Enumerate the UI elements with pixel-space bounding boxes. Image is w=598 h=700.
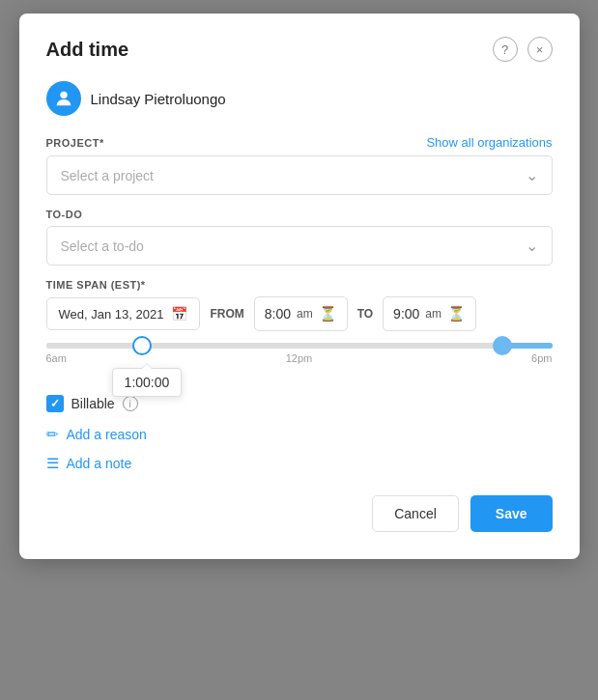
modal-title: Add time <box>46 39 129 61</box>
project-select[interactable]: Select a project ⌄ <box>46 155 553 195</box>
todo-label: TO-DO <box>46 209 83 220</box>
timespan-label-row: TIME SPAN (EST)* <box>46 279 553 291</box>
pencil-icon: ✏ <box>46 426 59 443</box>
time-from-value: 8:00 <box>265 306 291 322</box>
modal-header: Add time ? × <box>46 37 553 62</box>
note-icon: ☰ <box>46 455 59 472</box>
timespan-row: Wed, Jan 13, 2021 📅 FROM 8:00 am ⏳ TO 9:… <box>46 296 553 331</box>
time-slider-container: 1:00:00 6am 12pm 6pm <box>46 343 553 385</box>
cancel-button[interactable]: Cancel <box>372 495 459 532</box>
add-reason-label: Add a reason <box>67 427 147 442</box>
date-picker[interactable]: Wed, Jan 13, 2021 📅 <box>46 297 201 330</box>
clock-to-icon: ⏳ <box>447 305 466 322</box>
help-button[interactable]: ? <box>493 37 518 62</box>
time-from-input[interactable]: 8:00 am ⏳ <box>254 296 348 331</box>
timespan-label: TIME SPAN (EST)* <box>46 279 146 291</box>
add-reason-link[interactable]: ✏ Add a reason <box>46 426 553 443</box>
date-value: Wed, Jan 13, 2021 <box>59 307 164 322</box>
to-label: TO <box>357 307 373 321</box>
todo-select[interactable]: Select a to-do ⌄ <box>46 226 553 266</box>
billable-checkbox[interactable] <box>46 395 64 412</box>
user-row: Lindsay Pietroluongo <box>46 81 553 116</box>
todo-section: TO-DO Select a to-do ⌄ <box>46 209 553 266</box>
am-from-label: am <box>297 307 313 321</box>
time-to-value: 9:00 <box>393 306 419 322</box>
calendar-icon: 📅 <box>171 306 187 322</box>
slider-thumb-left[interactable] <box>132 336 152 355</box>
save-button[interactable]: Save <box>470 495 553 532</box>
time-to-input[interactable]: 9:00 am ⏳ <box>383 296 476 331</box>
add-note-label: Add a note <box>67 456 132 471</box>
todo-chevron-icon: ⌄ <box>526 237 538 255</box>
slider-labels: 6am 12pm 6pm <box>46 352 553 364</box>
billable-info-icon[interactable]: i <box>123 396 138 411</box>
project-placeholder: Select a project <box>61 168 155 183</box>
svg-point-0 <box>60 92 67 98</box>
project-label: PROJECT* <box>46 137 104 149</box>
slider-label-6am: 6am <box>46 352 67 364</box>
billable-label: Billable <box>71 396 115 411</box>
close-button[interactable]: × <box>527 37 553 62</box>
slider-label-12pm: 12pm <box>286 352 313 364</box>
project-chevron-icon: ⌄ <box>526 166 538 184</box>
todo-label-row: TO-DO <box>46 209 553 220</box>
time-duration-tooltip: 1:00:00 <box>112 368 183 397</box>
user-name: Lindsay Pietroluongo <box>91 91 226 107</box>
billable-row: Billable i <box>46 395 553 412</box>
add-note-link[interactable]: ☰ Add a note <box>46 455 553 472</box>
modal-header-icons: ? × <box>493 37 553 62</box>
show-all-organizations-link[interactable]: Show all organizations <box>426 135 552 150</box>
slider-thumb-right[interactable] <box>493 336 512 355</box>
clock-from-icon: ⏳ <box>319 305 337 322</box>
todo-placeholder: Select a to-do <box>61 238 144 254</box>
am-to-label: am <box>425 307 441 321</box>
project-section: PROJECT* Show all organizations Select a… <box>46 135 553 195</box>
slider-label-6pm: 6pm <box>531 352 552 364</box>
modal-footer: Cancel Save <box>46 495 553 532</box>
from-label: FROM <box>210 307 243 321</box>
timespan-section: TIME SPAN (EST)* Wed, Jan 13, 2021 📅 FRO… <box>46 279 553 331</box>
tooltip-value: 1:00:00 <box>125 375 170 390</box>
add-time-modal: Add time ? × Lindsay Pietroluongo PROJEC… <box>19 14 580 559</box>
avatar <box>46 81 81 116</box>
project-label-row: PROJECT* Show all organizations <box>46 135 553 150</box>
slider-track <box>46 343 553 349</box>
